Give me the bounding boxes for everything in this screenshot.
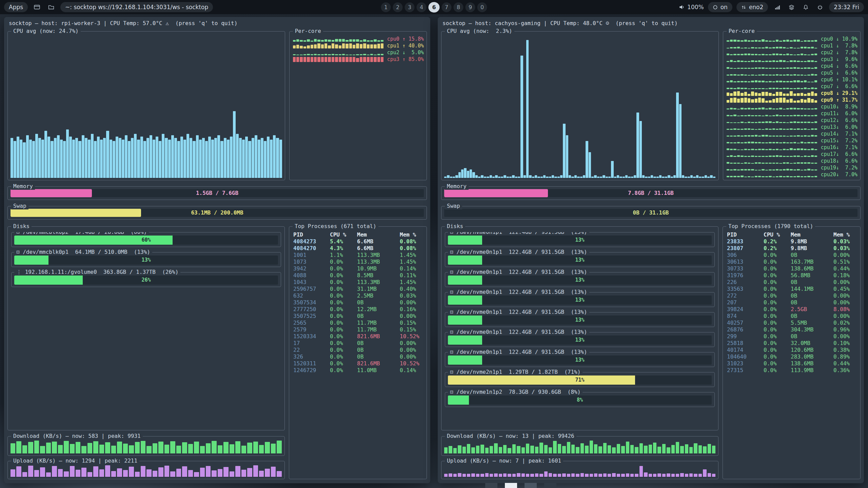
terminal-window-left[interactable]: socktop — host: rpi-worker-3 | CPU Temp:… xyxy=(4,17,430,483)
mempct-cell: 1.45% xyxy=(400,259,422,265)
disk-usage-gauge: 71% xyxy=(448,375,712,385)
mem-cell: 0B xyxy=(791,292,833,299)
bluetooth-indicator[interactable]: on xyxy=(708,2,732,12)
workspace-button-4[interactable]: 4 xyxy=(417,2,427,12)
signal-bars-icon[interactable] xyxy=(772,2,782,12)
clock[interactable]: 23:32 Fri xyxy=(829,2,864,12)
notifications-bell-icon[interactable] xyxy=(801,2,811,12)
disks-panel: Disks ⊟ /dev/nvme0n1p1 122.4GB / 931.5GB… xyxy=(441,226,718,430)
mem-cell: 0B xyxy=(791,252,833,259)
mem-cell: 304.3MB xyxy=(791,326,833,333)
disk-icon: ⊟ xyxy=(450,329,453,335)
core-label: cpu9 ↑ 31.7% xyxy=(821,97,857,103)
mem-cell: 9.8MB xyxy=(791,245,833,252)
workspace-button-3[interactable]: 3 xyxy=(405,2,415,12)
mempct-cell: 0.45% xyxy=(833,286,856,292)
mem-cell: 120.6MB xyxy=(791,347,833,353)
workspace-button-8[interactable]: 8 xyxy=(454,2,463,12)
process-table: PIDCPU %MemMem %238330.2%9.8MB0.03%23807… xyxy=(727,231,856,475)
disk-label: ⊟ /dev/nvme0n1p1 122.4GB / 931.5GB (13%) xyxy=(448,232,589,236)
pid-cell: 17 xyxy=(293,340,330,347)
process-row: 40842704.3%6.6MB0.08% xyxy=(293,245,422,252)
core-row: cpu12↓ 6.6% xyxy=(727,117,857,124)
disk-icon: ⊟ xyxy=(450,309,453,315)
core-history-sparkline xyxy=(727,70,817,76)
cpu-cell: 0.0% xyxy=(330,299,357,306)
mempct-cell: 0.11% xyxy=(400,272,422,279)
disk-entry: ⊟ /dev/mmcblk0p1 64.1MB / 510.0MB (13%)1… xyxy=(11,252,281,267)
pid-cell: 4084273 xyxy=(293,238,330,245)
process-row: 401740.0%120.6MB0.38% xyxy=(727,347,856,353)
cpu-cell: 0.0% xyxy=(764,292,791,299)
workspace-button-7[interactable]: 7 xyxy=(442,2,452,12)
mempct-cell: 1.45% xyxy=(400,252,422,259)
core-label: cpu10↓ 8.9% xyxy=(821,104,857,110)
mem-cell: 821.6MB xyxy=(357,333,400,340)
disk-label: ⊟ /dev/nvme0n1p1 122.4GB / 931.5GB (13%) xyxy=(448,349,589,355)
mempct-cell: 0.00% xyxy=(833,333,856,340)
process-row: 310230.0%138.6MB0.44% xyxy=(727,360,856,367)
pid-cell: 39824 xyxy=(727,306,764,313)
volume-level: 100% xyxy=(687,4,704,11)
process-row: 306130.0%163.7MB0.51% xyxy=(727,259,856,265)
disk-label: ⊟ /dev/nvme0n1p1 122.4GB / 931.5GB (13%) xyxy=(448,329,589,336)
swap-gauge: 63.1MB / 200.0MB xyxy=(11,209,424,217)
pid-cell: 2565 xyxy=(293,320,330,326)
pid-cell: 31023 xyxy=(727,360,764,367)
disk-icon: ⊟ xyxy=(16,232,20,235)
mempct-cell: 0.89% xyxy=(833,353,856,360)
window-switcher-icon[interactable] xyxy=(32,2,42,12)
disk-usage-gauge: 13% xyxy=(448,236,712,245)
memory-panel: Memory 7.8GB / 31.1GB xyxy=(441,186,861,200)
process-row: 40880.0%8.5MB0.11% xyxy=(293,272,422,279)
terminal-window-right[interactable]: socktop — host: cachyos-gaming | CPU Tem… xyxy=(438,17,864,483)
active-window-title[interactable]: ~: socktop ws://192.168.1.104:3031/ws - … xyxy=(60,2,213,12)
power-icon[interactable] xyxy=(815,2,825,12)
dock-icon-app-1[interactable] xyxy=(485,483,497,488)
pid-cell: 272 xyxy=(727,292,764,299)
core-history-sparkline xyxy=(293,43,384,48)
mem-cell: 283.0MB xyxy=(791,353,833,360)
layers-icon[interactable] xyxy=(786,2,796,12)
pid-cell: 104640 xyxy=(727,353,764,360)
files-icon[interactable] xyxy=(46,2,56,12)
disk-usage-percent: 13% xyxy=(448,355,712,365)
mempct-cell: 10.52% xyxy=(400,333,422,340)
pid-cell: 23833 xyxy=(727,238,764,245)
mem-cell: 0B xyxy=(357,353,400,360)
core-label: cpu1 ↓ 7.8% xyxy=(821,43,857,49)
disk-usage-gauge: 13% xyxy=(448,316,712,325)
mem-cell: 31.1MB xyxy=(357,286,400,292)
pid-cell: 1520334 xyxy=(293,333,330,340)
core-history-sparkline xyxy=(727,138,817,143)
cpu-cell: 0.0% xyxy=(330,313,357,320)
mem-cell: 0B xyxy=(791,333,833,340)
dock-icon-app-3[interactable] xyxy=(544,483,556,488)
mem-cell: 0B xyxy=(357,299,400,306)
ethernet-icon xyxy=(741,5,746,10)
pid-cell: 306 xyxy=(727,252,764,259)
network-indicator[interactable]: eno2 xyxy=(736,2,768,12)
workspace-button-0[interactable]: 0 xyxy=(477,2,487,12)
workspace-button-2[interactable]: 2 xyxy=(393,2,403,12)
core-row: cpu0 ↓ 10.9% xyxy=(727,36,857,42)
dock-icon-app-2[interactable] xyxy=(525,483,537,488)
process-row: 402570.0%5.5MB0.02% xyxy=(727,320,856,326)
pid-cell: 2777250 xyxy=(293,306,330,313)
mempct-cell: 0.00% xyxy=(400,313,422,320)
workspace-button-1[interactable]: 1 xyxy=(381,2,391,12)
volume-indicator[interactable]: 100% xyxy=(679,4,704,11)
disk-label: ⊟ /dev/nvme2n1p1 1.29TB / 1.82TB (71%) xyxy=(448,369,583,375)
cpu-cell: 0.2% xyxy=(764,238,791,245)
mem-cell: 5.5MB xyxy=(791,320,833,326)
core-history-sparkline xyxy=(727,77,817,82)
mempct-cell: 0.03% xyxy=(400,292,422,299)
process-row: 15203340.0%821.6MB10.52% xyxy=(293,333,422,340)
dock-icon-launcher[interactable] xyxy=(505,483,517,488)
workspace-button-6[interactable]: 6 xyxy=(429,2,440,13)
core-history-sparkline xyxy=(727,172,817,177)
disks-label: Disks xyxy=(445,223,465,230)
pid-cell: 30613 xyxy=(727,259,764,265)
workspace-button-9[interactable]: 9 xyxy=(466,2,475,12)
apps-button[interactable]: Apps xyxy=(4,2,28,12)
